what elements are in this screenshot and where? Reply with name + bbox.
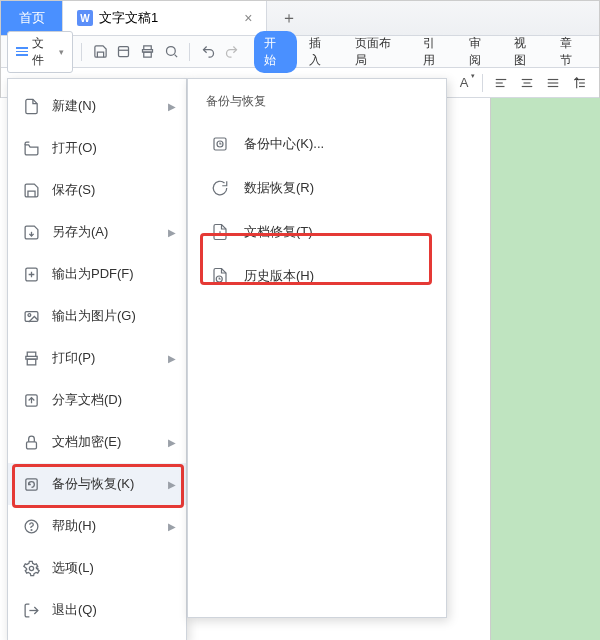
ribbon-tabs: 开始 插入 页面布局 引用 审阅 视图 章节 — [254, 31, 593, 73]
menu-label: 新建(N) — [52, 97, 156, 115]
tab-insert[interactable]: 插入 — [299, 31, 342, 73]
menu-label: 帮助(H) — [52, 517, 156, 535]
menu-item-print[interactable]: 打印(P) ▶ — [8, 337, 186, 379]
share-icon — [22, 391, 40, 409]
menu-label: 打开(O) — [52, 139, 176, 157]
tab-home[interactable]: 首页 — [1, 1, 63, 35]
menu-label: 输出为PDF(F) — [52, 265, 176, 283]
menu-label: 退出(Q) — [52, 601, 176, 619]
chevron-right-icon: ▶ — [168, 353, 176, 364]
line-spacing-icon[interactable] — [569, 73, 589, 93]
menu-label: 保存(S) — [52, 181, 176, 199]
file-menu: 新建(N) ▶ 打开(O) 保存(S) 另存为(A) ▶ 输出为PDF(F) 输… — [7, 78, 187, 640]
separator — [482, 74, 483, 92]
char-style-icon[interactable]: A▾ — [454, 73, 474, 93]
align-left-icon[interactable] — [491, 73, 511, 93]
submenu-label: 数据恢复(R) — [244, 179, 314, 197]
svg-rect-1 — [144, 52, 152, 57]
word-doc-icon: W — [77, 10, 93, 26]
menu-item-exit[interactable]: 退出(Q) — [8, 589, 186, 631]
menu-item-saveas[interactable]: 另存为(A) ▶ — [8, 211, 186, 253]
menu-label: 分享文档(D) — [52, 391, 176, 409]
backup-center-icon — [210, 134, 230, 154]
redo-icon[interactable] — [222, 42, 242, 62]
print-preview-icon[interactable] — [114, 42, 134, 62]
svg-rect-22 — [25, 478, 36, 489]
svg-rect-0 — [119, 47, 129, 57]
file-button[interactable]: 文件 ▾ — [7, 31, 73, 73]
backup-submenu: 备份与恢复 备份中心(K)... 数据恢复(R) 文档修复(T) 历史版本(H) — [187, 78, 447, 618]
backup-icon — [22, 475, 40, 493]
menu-label: 备份与恢复(K) — [52, 475, 156, 493]
tab-review[interactable]: 审阅 — [459, 31, 502, 73]
menu-label: 文档加密(E) — [52, 433, 156, 451]
tab-home-label: 首页 — [19, 9, 45, 27]
chevron-right-icon: ▶ — [168, 101, 176, 112]
preview-icon[interactable] — [162, 42, 182, 62]
undo-icon[interactable] — [198, 42, 218, 62]
menu-label: 另存为(A) — [52, 223, 156, 241]
tab-document[interactable]: W 文字文稿1 × — [63, 1, 267, 35]
menu-item-share[interactable]: 分享文档(D) — [8, 379, 186, 421]
tab-start[interactable]: 开始 — [254, 31, 297, 73]
help-icon — [22, 517, 40, 535]
lock-icon — [22, 433, 40, 451]
menu-item-help[interactable]: 帮助(H) ▶ — [8, 505, 186, 547]
chevron-right-icon: ▶ — [168, 437, 176, 448]
align-center-icon[interactable] — [517, 73, 537, 93]
menu-label: 输出为图片(G) — [52, 307, 176, 325]
separator — [189, 43, 190, 61]
svg-point-24 — [31, 529, 32, 530]
print-icon[interactable] — [138, 42, 158, 62]
print-icon — [22, 349, 40, 367]
submenu-item-center[interactable]: 备份中心(K)... — [188, 122, 446, 166]
menu-label: 选项(L) — [52, 559, 176, 577]
document-page[interactable] — [490, 98, 600, 640]
submenu-label: 文档修复(T) — [244, 223, 313, 241]
tab-reference[interactable]: 引用 — [413, 31, 456, 73]
chevron-right-icon: ▶ — [168, 227, 176, 238]
ribbon: 文件 ▾ 开始 插入 页面布局 引用 审阅 视图 章节 — [1, 36, 599, 68]
folder-open-icon — [22, 139, 40, 157]
menu-item-new[interactable]: 新建(N) ▶ — [8, 85, 186, 127]
chevron-right-icon: ▶ — [168, 479, 176, 490]
menu-item-export-pdf[interactable]: 输出为PDF(F) — [8, 253, 186, 295]
svg-point-2 — [166, 47, 175, 56]
submenu-label: 历史版本(H) — [244, 267, 314, 285]
recover-icon — [210, 178, 230, 198]
tab-layout[interactable]: 页面布局 — [345, 31, 412, 73]
submenu-label: 备份中心(K)... — [244, 135, 324, 153]
menu-item-export-image[interactable]: 输出为图片(G) — [8, 295, 186, 337]
submenu-item-repair[interactable]: 文档修复(T) — [188, 210, 446, 254]
exit-icon — [22, 601, 40, 619]
tab-document-label: 文字文稿1 — [99, 9, 158, 27]
pdf-icon — [22, 265, 40, 283]
menu-item-encrypt[interactable]: 文档加密(E) ▶ — [8, 421, 186, 463]
close-icon[interactable]: × — [244, 10, 252, 26]
svg-rect-19 — [27, 359, 36, 365]
svg-rect-21 — [26, 441, 36, 448]
hamburger-icon — [16, 47, 28, 56]
new-file-icon — [22, 97, 40, 115]
menu-label: 打印(P) — [52, 349, 156, 367]
tab-view[interactable]: 视图 — [504, 31, 547, 73]
saveas-icon — [22, 223, 40, 241]
repair-icon — [210, 222, 230, 242]
svg-point-18 — [27, 313, 30, 316]
align-justify-icon[interactable] — [543, 73, 563, 93]
menu-item-backup[interactable]: 备份与恢复(K) ▶ — [8, 463, 186, 505]
file-button-label: 文件 — [32, 35, 55, 69]
save-icon — [22, 181, 40, 199]
submenu-item-recover[interactable]: 数据恢复(R) — [188, 166, 446, 210]
history-icon — [210, 266, 230, 286]
gear-icon — [22, 559, 40, 577]
menu-item-open[interactable]: 打开(O) — [8, 127, 186, 169]
tab-chapter[interactable]: 章节 — [550, 31, 593, 73]
submenu-item-history[interactable]: 历史版本(H) — [188, 254, 446, 298]
menu-item-options[interactable]: 选项(L) — [8, 547, 186, 589]
chevron-right-icon: ▶ — [168, 521, 176, 532]
save-icon[interactable] — [90, 42, 110, 62]
image-icon — [22, 307, 40, 325]
menu-item-save[interactable]: 保存(S) — [8, 169, 186, 211]
submenu-header: 备份与恢复 — [188, 89, 446, 122]
